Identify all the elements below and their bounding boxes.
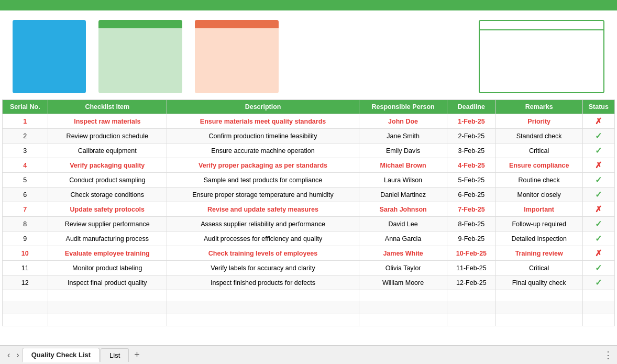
cell-status: ✗ (582, 114, 614, 129)
table-row: 1 Inspect raw materials Ensure materials… (3, 114, 615, 129)
cell-description: Confirm production timeline feasibility (167, 129, 359, 144)
col-remarks: Remarks (495, 100, 582, 114)
table-container: Serial No. Checklist Item Description Re… (0, 100, 617, 326)
cell-remarks: Follow-up required (495, 217, 582, 231)
cell-status: ✓ (582, 144, 614, 158)
cell-deadline: 1-Feb-25 (447, 114, 496, 129)
cell-item: Verify packaging quality (48, 158, 167, 173)
cell-remarks: Final quality check (495, 275, 582, 290)
cell-serial: 1 (3, 114, 48, 129)
cell-description: Ensure materials meet quality standards (167, 114, 359, 129)
check-card (98, 20, 182, 93)
cell-person: James White (359, 246, 447, 261)
cell-item: Review production schedule (48, 129, 167, 144)
cell-status: ✓ (582, 231, 614, 246)
cell-remarks: Training review (495, 246, 582, 261)
cell-serial: 8 (3, 217, 48, 231)
table-row-empty (3, 314, 615, 326)
cross-card (195, 20, 279, 93)
cell-description: Audit processes for efficiency and quali… (167, 231, 359, 246)
cell-serial: 9 (3, 231, 48, 246)
cell-serial: 2 (3, 129, 48, 144)
table-row-empty (3, 302, 615, 314)
cell-status: ✓ (582, 261, 614, 275)
cell-description: Inspect finished products for defects (167, 275, 359, 290)
cell-description: Sample and test products for compliance (167, 173, 359, 187)
cell-deadline: 6-Feb-25 (447, 187, 496, 202)
checked-pct-card (479, 20, 604, 93)
cell-remarks: Monitor closely (495, 187, 582, 202)
cell-remarks: Critical (495, 144, 582, 158)
table-row: 12 Inspect final product quality Inspect… (3, 275, 615, 290)
cell-remarks: Detailed inspection (495, 231, 582, 246)
cell-deadline: 5-Feb-25 (447, 173, 496, 187)
cell-status: ✓ (582, 275, 614, 290)
cell-serial: 12 (3, 275, 48, 290)
total-count-card (13, 20, 86, 93)
cell-deadline: 4-Feb-25 (447, 158, 496, 173)
cell-status: ✓ (582, 173, 614, 187)
col-item: Checklist Item (48, 100, 167, 114)
cell-item: Inspect final product quality (48, 275, 167, 290)
check-card-icon (98, 20, 182, 28)
cell-serial: 5 (3, 173, 48, 187)
tab-nav-next[interactable]: › (13, 350, 22, 360)
cell-remarks: Standard check (495, 129, 582, 144)
table-row: 10 Evaluate employee training Check trai… (3, 246, 615, 261)
cell-item: Monitor product labeling (48, 261, 167, 275)
table-row: 8 Review supplier performance Assess sup… (3, 217, 615, 231)
cell-remarks: Routine check (495, 173, 582, 187)
table-row: 6 Check storage conditions Ensure proper… (3, 187, 615, 202)
cell-status: ✗ (582, 158, 614, 173)
cell-remarks: Critical (495, 261, 582, 275)
cell-serial: 11 (3, 261, 48, 275)
cell-item: Evaluate employee training (48, 246, 167, 261)
tab-bar: ‹ › Quality Check List List + ⋮ (0, 345, 617, 364)
cell-status: ✗ (582, 202, 614, 217)
table-row: 2 Review production schedule Confirm pro… (3, 129, 615, 144)
cell-person: David Lee (359, 217, 447, 231)
cell-description: Ensure proper storage temperature and hu… (167, 187, 359, 202)
tab-list[interactable]: List (101, 348, 129, 362)
cell-deadline: 8-Feb-25 (447, 217, 496, 231)
tab-nav-prev[interactable]: ‹ (4, 350, 13, 360)
cell-person: Emily Davis (359, 144, 447, 158)
cell-person: Anna Garcia (359, 231, 447, 246)
summary-row (0, 10, 617, 100)
cell-status: ✓ (582, 129, 614, 144)
table-row: 11 Monitor product labeling Verify label… (3, 261, 615, 275)
cell-deadline: 12-Feb-25 (447, 275, 496, 290)
checked-pct-body (480, 29, 603, 92)
cell-person: Laura Wilson (359, 173, 447, 187)
cell-serial: 4 (3, 158, 48, 173)
cell-serial: 7 (3, 202, 48, 217)
cell-person: Olivia Taylor (359, 261, 447, 275)
cell-serial: 3 (3, 144, 48, 158)
cell-item: Audit manufacturing process (48, 231, 167, 246)
table-row: 5 Conduct product sampling Sample and te… (3, 173, 615, 187)
cell-person: Jane Smith (359, 129, 447, 144)
tab-quality-check-list[interactable]: Quality Check List (23, 348, 100, 362)
cell-item: Inspect raw materials (48, 114, 167, 129)
table-row: 7 Update safety protocols Revise and upd… (3, 202, 615, 217)
cell-serial: 6 (3, 187, 48, 202)
cell-person: William Moore (359, 275, 447, 290)
tab-more-button[interactable]: ⋮ (603, 349, 613, 361)
tab-add-button[interactable]: + (130, 349, 144, 360)
col-status: Status (582, 100, 614, 114)
col-deadline: Deadline (447, 100, 496, 114)
page-header (0, 0, 617, 10)
table-row: 4 Verify packaging quality Verify proper… (3, 158, 615, 173)
cell-deadline: 3-Feb-25 (447, 144, 496, 158)
cell-deadline: 10-Feb-25 (447, 246, 496, 261)
cell-item: Update safety protocols (48, 202, 167, 217)
cell-person: Daniel Martinez (359, 187, 447, 202)
check-card-body (98, 28, 182, 93)
cell-remarks: Priority (495, 114, 582, 129)
cell-description: Revise and update safety measures (167, 202, 359, 217)
cell-description: Assess supplier reliability and performa… (167, 217, 359, 231)
cross-card-body (195, 28, 279, 93)
cell-item: Review supplier performance (48, 217, 167, 231)
table-header-row: Serial No. Checklist Item Description Re… (3, 100, 615, 114)
cell-remarks: Ensure compliance (495, 158, 582, 173)
